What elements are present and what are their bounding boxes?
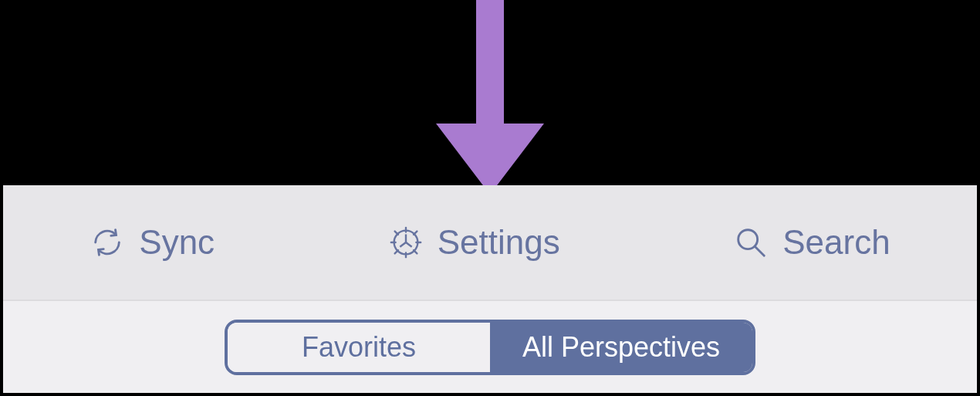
- search-label: Search: [782, 223, 890, 262]
- toolbar: Sync: [3, 185, 977, 301]
- svg-line-11: [400, 242, 406, 247]
- sync-button[interactable]: Sync: [71, 215, 233, 269]
- gear-icon: [388, 225, 424, 260]
- svg-line-5: [394, 232, 397, 235]
- tab-all-perspectives-label: All Perspectives: [522, 331, 720, 364]
- svg-line-6: [414, 250, 417, 253]
- svg-line-7: [394, 250, 397, 253]
- segmented-control: Favorites All Perspectives: [225, 320, 755, 375]
- tab-favorites[interactable]: Favorites: [228, 323, 490, 372]
- settings-label: Settings: [438, 223, 560, 262]
- annotation-area: [0, 0, 980, 193]
- svg-line-8: [414, 232, 417, 235]
- tab-favorites-label: Favorites: [302, 331, 416, 364]
- panel: Sync: [3, 185, 977, 393]
- segmented-control-wrap: Favorites All Perspectives: [3, 301, 977, 393]
- sync-label: Sync: [139, 223, 215, 262]
- search-button[interactable]: Search: [715, 215, 908, 269]
- tab-all-perspectives[interactable]: All Perspectives: [490, 323, 752, 372]
- settings-button[interactable]: Settings: [370, 215, 579, 269]
- search-icon: [733, 225, 769, 260]
- svg-line-10: [406, 242, 412, 247]
- arrow-down-icon: [428, 0, 552, 201]
- sync-icon: [90, 225, 125, 260]
- svg-line-13: [755, 247, 765, 256]
